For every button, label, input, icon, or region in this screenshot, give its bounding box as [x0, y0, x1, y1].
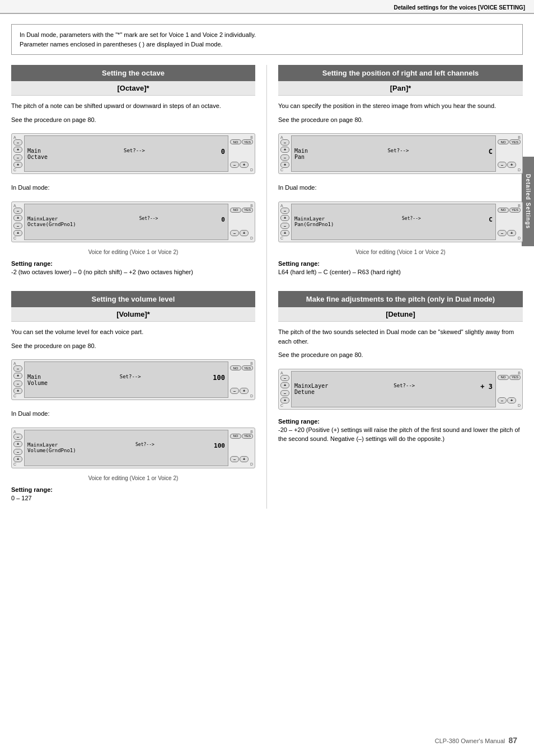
vc-plus-btn[interactable]: +: [13, 388, 22, 394]
volume-section: Setting the volume level [Volume]* You c…: [11, 291, 255, 503]
corner-a-label: A: [13, 135, 22, 139]
info-box: In Dual mode, parameters with the "*" ma…: [11, 24, 523, 55]
right-column: Setting the position of right and left c…: [267, 65, 523, 509]
detune-p1-arrow: Set?-->: [394, 383, 415, 395]
deta-plus-btn[interactable]: +: [280, 382, 289, 388]
v2d-plus-btn[interactable]: +: [240, 456, 249, 462]
pan-panel1: A – + – + C: [278, 133, 523, 174]
octave-p1-value: 0: [221, 148, 225, 160]
pc-minus-btn[interactable]: –: [280, 154, 289, 161]
p2d-minus-panl2[interactable]: –: [498, 230, 507, 236]
va-minus-btn[interactable]: –: [13, 365, 22, 372]
v2b-no-btn[interactable]: NO: [230, 434, 241, 439]
pb-no-btn[interactable]: NO: [498, 139, 509, 144]
detb-no-btn[interactable]: NO: [498, 375, 509, 380]
volume-panel-caption: Voice for editing (Voice 1 or Voice 2): [11, 475, 255, 481]
deta-minus-btn[interactable]: –: [280, 375, 289, 381]
octave-range-title: Setting range:: [11, 260, 53, 267]
detune-p1-value: + 3: [480, 383, 493, 395]
volume-panel2: A – + – + C: [11, 428, 255, 468]
pd-minus-btn[interactable]: –: [498, 162, 507, 168]
detc-plus-btn[interactable]: +: [280, 397, 289, 403]
pd-plus-btn[interactable]: +: [507, 162, 516, 168]
octave-panel1-left-btns: A – + – + C: [13, 135, 22, 172]
vb-no-btn[interactable]: NO: [230, 365, 241, 370]
pan-p1-arrow: Set?-->: [387, 148, 409, 160]
p2b-no-panl2[interactable]: NO: [498, 208, 509, 213]
p2c-plus-panl2[interactable]: +: [280, 230, 289, 236]
p2d-minus-btn[interactable]: –: [230, 230, 239, 236]
pan-p2-label: MainxLayerPan(GrndPno1): [294, 216, 334, 227]
vb-yes-btn[interactable]: YES: [242, 365, 253, 370]
pb-yes-btn[interactable]: YES: [509, 139, 521, 144]
v2b-yes-btn[interactable]: YES: [242, 434, 253, 439]
p2a-plus-btn[interactable]: +: [13, 215, 22, 221]
p2a-plus-panl2[interactable]: +: [280, 215, 289, 221]
pa-plus-btn[interactable]: +: [280, 147, 289, 153]
volume-p2-value: 100: [214, 442, 225, 453]
p2b-yes-panl2[interactable]: YES: [509, 208, 521, 213]
d-plus-btn[interactable]: +: [240, 162, 249, 168]
octave-range-text: -2 (two octaves lower) – 0 (no pitch shi…: [11, 269, 193, 275]
p2b-no-btn[interactable]: NO: [230, 208, 241, 213]
pan-range-text: L64 (hard left) – C (center) – R63 (hard…: [278, 269, 401, 275]
pan-desc2: See the procedure on page 80.: [278, 115, 523, 125]
pan-sub-header: [Pan]*: [278, 81, 523, 96]
vd-plus-btn[interactable]: +: [240, 388, 249, 394]
p2a-minus-btn[interactable]: –: [13, 208, 22, 214]
pc-plus-btn[interactable]: +: [280, 162, 289, 168]
p2d-plus-btn[interactable]: +: [240, 230, 249, 236]
page-header: Detailed settings for the voices [VOICE …: [0, 0, 534, 14]
v2c-minus-btn[interactable]: –: [13, 449, 22, 455]
detune-sub-header: [Detune]: [278, 307, 523, 322]
a-plus-btn[interactable]: +: [13, 147, 22, 153]
p2c-minus-panl2[interactable]: –: [280, 223, 289, 229]
c-plus-btn[interactable]: +: [13, 162, 22, 168]
octave-dual-mode-label: In Dual mode:: [11, 183, 255, 192]
v2d-minus-btn[interactable]: –: [230, 456, 239, 462]
page-footer: CLP-380 Owner's Manual 87: [435, 736, 517, 745]
b-no-btn[interactable]: NO: [230, 139, 241, 144]
detb-yes-btn[interactable]: YES: [509, 375, 521, 380]
detd-plus-btn[interactable]: +: [507, 397, 516, 403]
corner-b-label: B: [230, 135, 253, 139]
octave-p2-label: MainxLayerOctave(GrndPno1): [27, 216, 76, 227]
va-plus-btn[interactable]: +: [13, 373, 22, 379]
c-minus-btn[interactable]: –: [13, 154, 22, 161]
p2c-plus-btn[interactable]: +: [13, 230, 22, 236]
volume-p1-value: 100: [213, 374, 225, 386]
octave-panel2-screen: MainxLayerOctave(GrndPno1) Set?--> 0: [24, 204, 228, 240]
d-minus-btn[interactable]: –: [230, 162, 239, 168]
pan-panel2-screen: MainxLayerPan(GrndPno1) Set?--> C: [291, 204, 496, 240]
spacer2: [278, 282, 523, 291]
vd-minus-btn[interactable]: –: [230, 388, 239, 394]
detune-desc1: The pitch of the two sounds selected in …: [278, 327, 523, 346]
octave-panel-caption: Voice for editing (Voice 1 or Voice 2): [11, 249, 255, 255]
p2a-minus-panl2[interactable]: –: [280, 208, 289, 214]
vc-minus-btn[interactable]: –: [13, 381, 22, 387]
v2a-plus-btn[interactable]: +: [13, 441, 22, 447]
detune-setting-range: Setting range: -20 – +20 (Positive (+) s…: [278, 417, 523, 443]
p2d-plus-panl2[interactable]: +: [507, 230, 516, 236]
octave-sub-header: [Octave]*: [11, 81, 255, 96]
b-yes-btn[interactable]: YES: [242, 139, 253, 144]
p2b-yes-btn[interactable]: YES: [242, 208, 253, 213]
detd-minus-btn[interactable]: –: [498, 397, 507, 403]
volume-panel1-screen: MainVolume Set?--> 100: [24, 361, 228, 398]
detune-p1-label: MainxLayerDetune: [294, 383, 328, 395]
v2c-plus-btn[interactable]: +: [13, 456, 22, 462]
left-column: Setting the octave [Octave]* The pitch o…: [11, 65, 267, 509]
detc-minus-btn[interactable]: –: [280, 390, 289, 396]
volume-panel1: A – + – + C: [11, 359, 255, 400]
p2c-minus-btn[interactable]: –: [13, 223, 22, 229]
volume-desc1: You can set the volume level for each vo…: [11, 327, 255, 337]
volume-desc2: See the procedure on page 80.: [11, 341, 255, 351]
volume-p1-arrow: Set?-->: [120, 374, 141, 386]
octave-p2-value: 0: [221, 216, 225, 227]
a-minus-btn[interactable]: –: [13, 139, 22, 145]
detune-panel1: A – + – + C: [278, 369, 523, 410]
pa-minus-btn[interactable]: –: [280, 139, 289, 145]
v2a-minus-btn[interactable]: –: [13, 434, 22, 440]
octave-section: Setting the octave [Octave]* The pitch o…: [11, 65, 255, 276]
spacer1: [11, 282, 255, 291]
